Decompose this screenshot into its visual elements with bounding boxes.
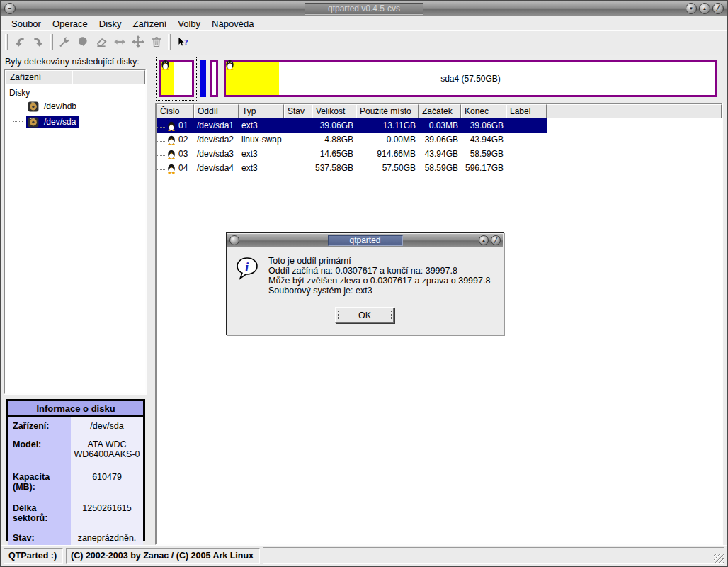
info-row-device: Zařízení: /dev/sda (8, 417, 143, 435)
header-pouzite[interactable]: Použité místo (356, 104, 419, 118)
tux-icon (166, 149, 176, 159)
menu-napoveda[interactable]: Nápověda (206, 17, 259, 30)
header-typ[interactable]: Typ (239, 104, 284, 118)
info-row-sectors: Délka sektorů: 1250261615 (8, 499, 143, 529)
header-konec[interactable]: Konec (461, 104, 506, 118)
row-size: 537.58GB (312, 163, 356, 173)
tree-elbow (13, 110, 23, 122)
partition-bar: sda4 (57.50GB) (155, 55, 723, 101)
partition-box-sda3[interactable] (210, 60, 218, 97)
row-partition: /dev/sda1 (194, 120, 239, 130)
header-filler (547, 104, 722, 118)
tree-item-sda[interactable]: /dev/sda (6, 114, 144, 130)
info-icon: i (236, 257, 260, 281)
dialog-message: Toto je oddíl primární Oddíl začíná na: … (268, 256, 490, 296)
dialog-close-button[interactable]: ╱ (491, 235, 501, 245)
header-velikost[interactable]: Velikost (312, 104, 356, 118)
menu-disky-key: D (99, 18, 106, 29)
info-label-device: Zařízení: (8, 417, 71, 435)
header-zacatek[interactable]: Začátek (419, 104, 461, 118)
menu-volby-rest: olby (183, 18, 200, 29)
menu-napoveda-rest: ápověda (219, 18, 254, 29)
partition-box-sda4[interactable]: sda4 (57.50GB) (224, 60, 717, 97)
header-oddil[interactable]: Oddíl (194, 104, 239, 118)
resize-grip[interactable] (714, 554, 724, 563)
tux-icon (166, 120, 176, 131)
status-copyright: (C) 2002-2003 by Zanac / (C) 2005 Ark Li… (66, 548, 260, 564)
window-title: qtparted v0.4.5-cvs (305, 3, 423, 15)
partition-sda4-label: sda4 (57.50GB) (226, 74, 715, 84)
close-button[interactable]: ╱ (712, 3, 724, 14)
disk-info-title: Informace o disku (8, 401, 143, 417)
device-tree: Disky /dev/hdb (5, 84, 145, 133)
delete-partition-button[interactable] (147, 33, 166, 51)
toolbar: ? (1, 31, 727, 52)
toolbar-handle[interactable] (5, 34, 8, 50)
menu-disky[interactable]: Disky (93, 17, 127, 30)
detected-disks-heading: Byly detekovány následující disky: (5, 57, 150, 67)
dialog-line-2: Oddíl začíná na: 0.0307617 a končí na: 3… (268, 266, 490, 276)
menu-operace[interactable]: Operace (47, 17, 93, 30)
redo-button[interactable] (29, 33, 47, 51)
partition-box-sda2[interactable] (200, 60, 206, 97)
device-column-header[interactable]: Zařízení (5, 70, 72, 84)
table-row-sda2[interactable]: 02 /dev/sda2 linux-swap 4.88GB 0.00MB 39… (157, 133, 722, 147)
menubar: Soubor Operace Disky Zařízení Volby Nápo… (1, 16, 727, 31)
row-number: 02 (178, 135, 188, 145)
svg-text:i: i (245, 259, 249, 274)
window-menu-button[interactable]: − (4, 3, 16, 14)
resize-partition-button[interactable] (55, 33, 74, 51)
table-row-sda4[interactable]: 04 /dev/sda4 ext3 537.58GB 57.50GB 58.59… (157, 161, 722, 175)
row-partition: /dev/sda2 (194, 135, 239, 145)
header-stav[interactable]: Stav (284, 104, 312, 118)
resize-button[interactable] (110, 33, 129, 51)
dialog-titlebar[interactable]: − qtparted ▲ ╱ (227, 234, 503, 247)
set-active-button[interactable] (74, 33, 92, 51)
menu-soubor-rest: oubor (18, 18, 41, 29)
table-row-sda1[interactable]: 01 /dev/sda1 ext3 39.06GB 13.11GB 0.03MB… (157, 118, 722, 133)
maximize-button[interactable]: ▲ (699, 3, 710, 14)
disk-info-panel: Informace o disku Zařízení: /dev/sda Mod… (6, 399, 145, 541)
header-cislo[interactable]: Číslo (157, 104, 194, 118)
info-row-capacity: Kapacita (MB): 610479 (8, 468, 143, 499)
tree-elbow (157, 135, 165, 142)
whats-this-button[interactable]: ? (174, 33, 192, 51)
dialog-menu-button[interactable]: − (229, 235, 239, 245)
row-size: 39.06GB (312, 120, 356, 130)
row-partition: /dev/sda4 (194, 163, 239, 173)
tree-item-hdb[interactable]: /dev/hdb (6, 99, 144, 114)
menu-volby[interactable]: Volby (172, 17, 206, 30)
ok-button[interactable]: OK (335, 307, 394, 323)
row-partition: /dev/sda3 (194, 149, 239, 159)
row-number: 04 (178, 163, 188, 173)
menu-soubor[interactable]: Soubor (6, 17, 47, 30)
partition-box-sda1[interactable] (159, 60, 194, 97)
row-number: 03 (178, 149, 188, 159)
undo-button[interactable] (11, 33, 29, 51)
toolbar-handle[interactable] (168, 34, 171, 50)
tree-root-disky[interactable]: Disky (6, 87, 144, 99)
header-label[interactable]: Label (506, 104, 547, 118)
info-dialog: − qtparted ▲ ╱ i Toto je oddíl primární … (226, 232, 504, 335)
device-list-header: Zařízení (5, 70, 145, 84)
move-button[interactable] (129, 33, 147, 51)
menu-zarizeni[interactable]: Zařízení (127, 17, 173, 30)
toolbar-handle[interactable] (50, 34, 53, 50)
dialog-title: qtparted (328, 235, 403, 246)
row-start: 39.06GB (419, 135, 461, 145)
titlebar[interactable]: − qtparted v0.4.5-cvs ▼ ▲ ╱ (1, 1, 727, 16)
row-used: 0.00MB (356, 135, 419, 145)
table-row-sda3[interactable]: 03 /dev/sda3 ext3 14.65GB 914.66MB 43.94… (157, 147, 722, 161)
statusbar: QTParted :) (C) 2002-2003 by Zanac / (C)… (1, 545, 727, 566)
tux-icon (166, 163, 176, 174)
row-end: 43.94GB (461, 135, 506, 145)
tree-elbow (157, 163, 165, 171)
dialog-line-1: Toto je oddíl primární (268, 256, 490, 266)
delete-format-button[interactable] (92, 33, 110, 51)
dialog-maximize-button[interactable]: ▲ (479, 235, 489, 245)
info-value-capacity: 610479 (71, 468, 143, 499)
status-app: QTParted :) (4, 548, 63, 564)
redo-icon (32, 35, 45, 48)
minimize-button[interactable]: ▼ (686, 3, 697, 14)
eraser-icon (95, 35, 108, 48)
